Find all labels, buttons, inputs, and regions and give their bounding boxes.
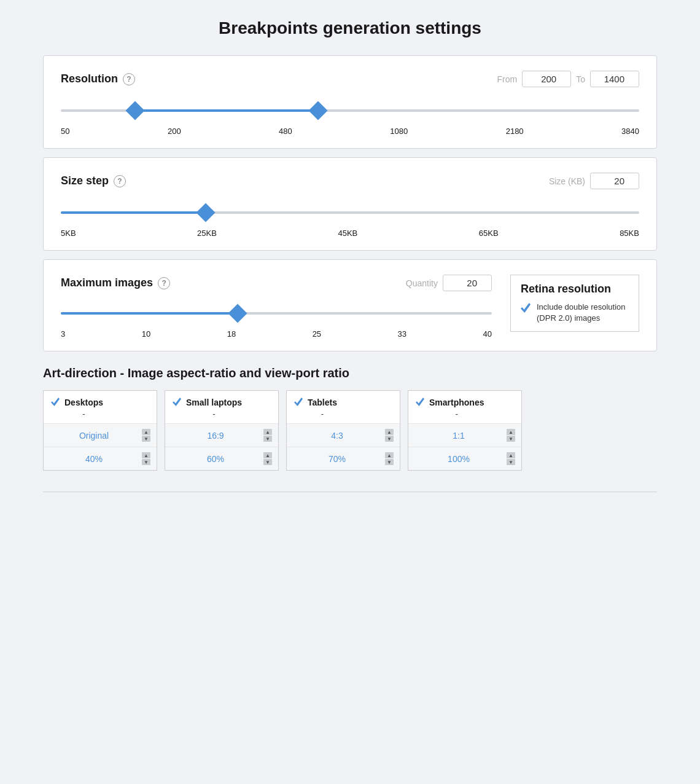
size-step-section: Size step ? Size (KB) 5KB 25KB 45KB 65KB… xyxy=(43,157,657,251)
max-images-thumb[interactable] xyxy=(228,304,247,323)
art-card-check-3[interactable] xyxy=(416,398,426,407)
size-step-tick-labels: 5KB 25KB 45KB 65KB 85KB xyxy=(61,229,639,238)
art-card-smartphones: Smartphones - 1:1 ▲ ▼ 100% ▲ ▼ xyxy=(408,390,522,471)
aspect-spinner-2[interactable]: ▲ ▼ xyxy=(385,429,394,442)
retina-checkbox-row[interactable]: Include double resolution (DPR 2.0) imag… xyxy=(521,302,629,324)
aspect-up-btn-2[interactable]: ▲ xyxy=(385,429,394,435)
size-step-thumb[interactable] xyxy=(196,203,215,222)
art-card-viewport-row-3[interactable]: 100% ▲ ▼ xyxy=(408,447,521,470)
aspect-spinner-3[interactable]: ▲ ▼ xyxy=(507,429,515,442)
max-images-section: Maximum images ? Quantity 3 10 18 xyxy=(43,259,657,351)
resolution-thumb-from[interactable] xyxy=(125,101,144,120)
resolution-label: Resolution xyxy=(61,73,118,85)
viewport-spinner-3[interactable]: ▲ ▼ xyxy=(507,452,515,465)
size-step-slider[interactable] xyxy=(61,200,639,225)
art-card-aspect-row-1[interactable]: 16:9 ▲ ▼ xyxy=(165,424,278,447)
aspect-down-btn-2[interactable]: ▼ xyxy=(385,436,394,442)
max-images-tick-33: 33 xyxy=(398,329,406,339)
viewport-spinner-2[interactable]: ▲ ▼ xyxy=(385,452,394,465)
aspect-spinner-1[interactable]: ▲ ▼ xyxy=(263,429,272,442)
size-kb-group: Size (KB) xyxy=(549,173,639,189)
size-kb-label: Size (KB) xyxy=(549,176,585,186)
resolution-thumb-to[interactable] xyxy=(309,101,328,120)
viewport-up-btn-0[interactable]: ▲ xyxy=(142,452,150,458)
art-card-viewport-row-2[interactable]: 70% ▲ ▼ xyxy=(287,447,400,470)
art-card-header-1: Small laptops - xyxy=(165,391,278,424)
size-step-help-icon[interactable]: ? xyxy=(114,175,126,187)
viewport-spinner-0[interactable]: ▲ ▼ xyxy=(142,452,150,465)
resolution-from-input[interactable] xyxy=(522,71,571,87)
resolution-tick-1080: 1080 xyxy=(390,127,408,136)
art-card-aspect-row-0[interactable]: Original ▲ ▼ xyxy=(44,424,157,447)
art-card-desktops: Desktops - Original ▲ ▼ 40% ▲ ▼ xyxy=(43,390,157,471)
size-step-header: Size step ? Size (KB) xyxy=(61,173,639,189)
art-card-header-0: Desktops - xyxy=(44,391,157,424)
art-card-viewport-value-0[interactable]: 40% xyxy=(50,454,138,464)
max-images-left: Maximum images ? Quantity 3 10 18 xyxy=(61,275,492,339)
art-card-check-0[interactable] xyxy=(51,398,61,407)
art-direction-title: Art-direction - Image aspect-ratio and v… xyxy=(43,366,657,380)
art-card-header-3: Smartphones - xyxy=(408,391,521,424)
art-card-header-2: Tablets - xyxy=(287,391,400,424)
max-images-tick-25: 25 xyxy=(313,329,321,339)
viewport-down-btn-1[interactable]: ▼ xyxy=(263,459,272,465)
art-card-aspect-row-2[interactable]: 4:3 ▲ ▼ xyxy=(287,424,400,447)
art-card-viewport-value-3[interactable]: 100% xyxy=(414,454,503,464)
art-card-title-0: Desktops xyxy=(64,397,103,408)
art-card-small-laptops: Small laptops - 16:9 ▲ ▼ 60% ▲ ▼ xyxy=(165,390,279,471)
max-images-row: Maximum images ? Quantity 3 10 18 xyxy=(61,275,639,339)
quantity-group: Quantity xyxy=(406,275,492,291)
resolution-to-input[interactable] xyxy=(590,71,639,87)
art-card-aspect-row-3[interactable]: 1:1 ▲ ▼ xyxy=(408,424,521,447)
art-card-check-1[interactable] xyxy=(173,398,182,407)
art-card-aspect-value-0[interactable]: Original xyxy=(50,431,138,441)
viewport-spinner-1[interactable]: ▲ ▼ xyxy=(263,452,272,465)
retina-check-icon[interactable] xyxy=(521,303,532,314)
viewport-down-btn-0[interactable]: ▼ xyxy=(142,459,150,465)
aspect-down-btn-3[interactable]: ▼ xyxy=(507,436,515,442)
aspect-down-btn-1[interactable]: ▼ xyxy=(263,436,272,442)
art-card-aspect-value-2[interactable]: 4:3 xyxy=(293,431,381,441)
art-card-subtitle-1: - xyxy=(186,409,242,418)
art-card-viewport-value-1[interactable]: 60% xyxy=(171,454,260,464)
resolution-from-label: From xyxy=(497,74,518,84)
resolution-help-icon[interactable]: ? xyxy=(123,73,135,85)
art-card-viewport-row-0[interactable]: 40% ▲ ▼ xyxy=(44,447,157,470)
max-images-tick-18: 18 xyxy=(227,329,236,339)
viewport-up-btn-1[interactable]: ▲ xyxy=(263,452,272,458)
art-card-subtitle-2: - xyxy=(308,409,337,418)
max-images-tick-3: 3 xyxy=(61,329,65,339)
aspect-up-btn-0[interactable]: ▲ xyxy=(142,429,150,435)
art-direction-cards: Desktops - Original ▲ ▼ 40% ▲ ▼ xyxy=(43,390,657,471)
max-images-help-icon[interactable]: ? xyxy=(158,277,170,289)
resolution-to-label: To xyxy=(576,74,585,84)
art-card-tablets: Tablets - 4:3 ▲ ▼ 70% ▲ ▼ xyxy=(286,390,400,471)
size-kb-input[interactable] xyxy=(590,173,639,189)
aspect-up-btn-1[interactable]: ▲ xyxy=(263,429,272,435)
resolution-slider[interactable] xyxy=(61,98,639,123)
aspect-down-btn-0[interactable]: ▼ xyxy=(142,436,150,442)
quantity-input[interactable] xyxy=(443,275,492,291)
resolution-tick-2180: 2180 xyxy=(506,127,524,136)
resolution-tick-480: 480 xyxy=(279,127,292,136)
viewport-down-btn-3[interactable]: ▼ xyxy=(507,459,515,465)
aspect-spinner-0[interactable]: ▲ ▼ xyxy=(142,429,150,442)
resolution-tick-50: 50 xyxy=(61,127,69,136)
art-card-viewport-value-2[interactable]: 70% xyxy=(293,454,381,464)
resolution-track-fill xyxy=(135,109,319,112)
art-card-subtitle-3: - xyxy=(429,409,484,418)
aspect-up-btn-3[interactable]: ▲ xyxy=(507,429,515,435)
max-images-label: Maximum images xyxy=(61,276,153,289)
art-card-aspect-value-1[interactable]: 16:9 xyxy=(171,431,260,441)
max-images-slider[interactable] xyxy=(61,301,492,326)
retina-title: Retina resolution xyxy=(521,283,629,296)
viewport-up-btn-2[interactable]: ▲ xyxy=(385,452,394,458)
art-card-viewport-row-1[interactable]: 60% ▲ ▼ xyxy=(165,447,278,470)
resolution-from-to: From To xyxy=(497,71,639,87)
art-card-aspect-value-3[interactable]: 1:1 xyxy=(414,431,503,441)
art-card-check-2[interactable] xyxy=(294,398,304,407)
size-step-tick-85kb: 85KB xyxy=(620,229,639,238)
resolution-tick-3840: 3840 xyxy=(621,127,639,136)
viewport-up-btn-3[interactable]: ▲ xyxy=(507,452,515,458)
viewport-down-btn-2[interactable]: ▼ xyxy=(385,459,394,465)
